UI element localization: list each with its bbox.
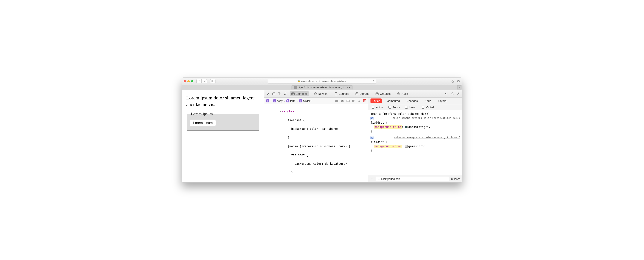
tab-sources[interactable]: Sources — [333, 91, 351, 96]
svg-rect-7 — [278, 93, 280, 95]
more-tabs-button[interactable] — [444, 92, 448, 95]
tab-title: https://color-scheme-prefers-color-schem… — [298, 86, 350, 89]
tabs-overview-button[interactable] — [457, 80, 460, 83]
page-button[interactable]: Lorem ipsum — [190, 120, 216, 126]
dom-tree[interactable]: ▼<style> fieldset { background-color: ga… — [264, 104, 368, 177]
svg-rect-26 — [352, 100, 354, 101]
forward-button[interactable] — [202, 79, 207, 83]
share-button[interactable] — [451, 80, 454, 83]
url-text: color-scheme-prefers-color-scheme.glitch… — [302, 80, 346, 83]
rule-source-icon: {} — [370, 117, 374, 120]
filter-icon: ☰ — [378, 177, 380, 180]
svg-point-14 — [356, 92, 358, 93]
target-icon[interactable] — [284, 92, 287, 95]
svg-rect-25 — [347, 100, 349, 101]
styles-tab-node[interactable]: Node — [423, 98, 433, 103]
console-prompt-icon: › — [266, 178, 268, 182]
titlebar: 🔒 color-scheme-prefers-color-scheme.glit… — [182, 78, 462, 85]
tab-graphics[interactable]: Graphics — [374, 91, 392, 96]
rule-source-link-1[interactable]: color-scheme-prefers-color-scheme.glitch… — [392, 116, 460, 120]
styles-tab-changes[interactable]: Changes — [404, 98, 420, 103]
styles-tab-styles[interactable]: Styles — [370, 98, 382, 103]
pseudo-focus[interactable]: Focus — [388, 105, 400, 109]
compositing-icon[interactable] — [363, 99, 366, 102]
svg-rect-29 — [354, 101, 355, 102]
minimize-window-button[interactable] — [188, 80, 190, 82]
classes-button[interactable]: Classes — [451, 177, 460, 180]
pseudo-class-bar: Active Focus Hover Visited — [368, 104, 462, 110]
close-window-button[interactable] — [184, 80, 186, 82]
color-swatch-darkslategray[interactable] — [405, 126, 408, 128]
tab-audit[interactable]: Audit — [396, 91, 410, 96]
breadcrumb-fieldset[interactable]: Efieldset — [299, 99, 311, 102]
svg-rect-5 — [272, 93, 275, 95]
storage-icon — [355, 92, 358, 95]
styles-tab-computed[interactable]: Computed — [385, 98, 402, 103]
new-rule-button[interactable]: + — [370, 177, 374, 181]
grid-icon[interactable] — [352, 99, 355, 103]
breadcrumb-bar: E › Ebody › Eform › Efieldset — [264, 97, 368, 104]
styles-tabs: Styles Computed Changes Node Layers — [368, 97, 462, 104]
svg-rect-28 — [352, 101, 354, 102]
breadcrumb-root[interactable]: E — [266, 99, 269, 102]
svg-rect-8 — [279, 93, 281, 95]
tab-network-label: Network — [318, 92, 328, 95]
search-button[interactable] — [450, 92, 454, 95]
page-legend: Lorem ipsum — [190, 111, 214, 116]
dock-bottom-icon[interactable] — [272, 92, 276, 95]
pseudo-hover[interactable]: Hover — [404, 105, 416, 109]
rule-source-link-2[interactable]: color-scheme-prefers-color-scheme.glitch… — [394, 136, 460, 139]
tab-elements[interactable]: Elements — [290, 91, 309, 96]
media-rule-text: @media (prefers-color-scheme: dark) — [370, 112, 430, 115]
device-icon[interactable] — [346, 99, 350, 103]
svg-rect-22 — [342, 100, 343, 100]
svg-rect-0 — [212, 80, 214, 82]
ruler-icon[interactable] — [335, 99, 338, 103]
styles-filter-bar: + ☰ background-color Classes — [368, 175, 462, 182]
settings-button[interactable] — [456, 92, 460, 95]
styles-tab-layers[interactable]: Layers — [436, 98, 448, 103]
svg-point-19 — [458, 93, 459, 94]
reload-button[interactable]: ⟳ — [372, 80, 374, 83]
styles-panel: Styles Computed Changes Node Layers Acti… — [368, 97, 462, 182]
nav-buttons — [196, 79, 207, 83]
svg-rect-10 — [292, 93, 294, 95]
close-devtools-button[interactable] — [266, 92, 270, 95]
lock-icon: 🔒 — [298, 80, 300, 82]
tab-network[interactable]: Network — [312, 91, 330, 96]
breadcrumb-body[interactable]: Ebody — [273, 99, 282, 102]
address-bar[interactable]: 🔒 color-scheme-prefers-color-scheme.glit… — [268, 79, 376, 83]
sidebar-toggle-button[interactable] — [210, 79, 216, 83]
dock-side-icon[interactable] — [278, 92, 281, 95]
content-area: Lorem ipsum dolor sit amet, legere ancil… — [182, 90, 462, 182]
devtools-toolbar: Elements Network Sources Storage — [264, 90, 462, 97]
tab-graphics-label: Graphics — [380, 92, 391, 95]
breadcrumb-form[interactable]: Eform — [286, 99, 296, 102]
pseudo-active[interactable]: Active — [371, 105, 383, 109]
devtools: Elements Network Sources Storage — [264, 90, 462, 182]
elements-panel: E › Ebody › Eform › Efieldset — [264, 97, 368, 182]
print-styles-icon[interactable] — [341, 99, 344, 103]
svg-rect-27 — [354, 100, 355, 101]
zoom-window-button[interactable] — [191, 80, 194, 82]
network-icon — [314, 92, 317, 95]
tab-elements-label: Elements — [296, 92, 308, 95]
favicon-icon: C — [294, 86, 297, 89]
browser-window: 🔒 color-scheme-prefers-color-scheme.glit… — [182, 77, 462, 183]
svg-line-18 — [453, 94, 454, 95]
color-swatch-gainsboro[interactable] — [405, 145, 408, 148]
page-paragraph: Lorem ipsum dolor sit amet, legere ancil… — [186, 94, 260, 108]
browser-tab[interactable]: C https://color-scheme-prefers-color-sch… — [292, 85, 353, 89]
back-button[interactable] — [196, 79, 202, 83]
elements-icon — [291, 92, 295, 95]
style-rules[interactable]: @media (prefers-color-scheme: dark) {}co… — [368, 110, 462, 175]
console-bar[interactable]: › — [264, 177, 368, 182]
paint-icon[interactable] — [358, 99, 361, 103]
svg-point-17 — [451, 93, 453, 94]
styles-filter-input[interactable]: ☰ background-color — [376, 177, 449, 181]
tab-storage[interactable]: Storage — [354, 91, 371, 96]
new-tab-button[interactable]: + — [457, 85, 462, 89]
pseudo-visited[interactable]: Visited — [421, 105, 434, 109]
page-fieldset: Lorem ipsum Lorem ipsum — [187, 111, 259, 131]
graphics-icon — [375, 92, 379, 95]
